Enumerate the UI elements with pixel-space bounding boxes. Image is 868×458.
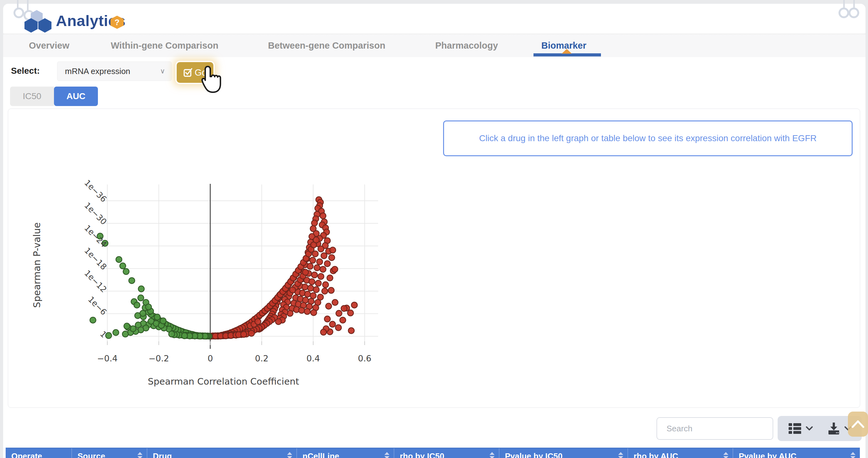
y-tick-label: 1e−30 xyxy=(83,200,108,227)
data-point[interactable] xyxy=(340,317,346,323)
data-point[interactable] xyxy=(308,285,313,291)
sort-icon[interactable] xyxy=(618,452,623,458)
data-point[interactable] xyxy=(310,257,316,263)
data-point[interactable] xyxy=(348,328,354,334)
data-point[interactable] xyxy=(320,213,326,219)
data-point[interactable] xyxy=(182,333,188,339)
data-point[interactable] xyxy=(134,302,140,308)
scroll-top-button[interactable] xyxy=(848,412,868,437)
data-point[interactable] xyxy=(303,269,308,275)
tab-within-gene-comparison[interactable]: Within-gene Comparison xyxy=(111,34,218,57)
data-point[interactable] xyxy=(320,266,326,272)
data-point[interactable] xyxy=(304,308,310,314)
column-header-source[interactable]: Source xyxy=(71,448,147,458)
tab-pharmacology[interactable]: Pharmacology xyxy=(435,34,498,57)
instruction-message: Click a drug in the left graph or table … xyxy=(443,121,852,156)
data-point[interactable] xyxy=(332,266,338,272)
data-point[interactable] xyxy=(160,318,166,324)
sort-icon[interactable] xyxy=(384,452,390,458)
data-point[interactable] xyxy=(312,220,317,226)
data-point[interactable] xyxy=(324,316,331,322)
data-point[interactable] xyxy=(318,273,324,280)
data-point[interactable] xyxy=(135,313,141,319)
data-point[interactable] xyxy=(302,284,308,290)
toggle-auc[interactable]: AUC xyxy=(54,87,98,106)
data-point[interactable] xyxy=(138,286,144,292)
data-point[interactable] xyxy=(317,259,322,265)
data-point[interactable] xyxy=(341,305,347,312)
column-header-operate[interactable]: Operate xyxy=(6,448,71,458)
sort-icon[interactable] xyxy=(850,452,856,458)
active-tab-underline xyxy=(533,53,601,57)
sort-icon[interactable] xyxy=(137,452,143,458)
data-point[interactable] xyxy=(116,257,122,263)
data-point[interactable] xyxy=(322,282,329,288)
decor-ring-icon xyxy=(838,7,849,18)
data-point[interactable] xyxy=(290,287,296,293)
sort-icon[interactable] xyxy=(723,452,728,458)
data-point[interactable] xyxy=(315,280,321,286)
data-point[interactable] xyxy=(312,272,317,278)
data-point[interactable] xyxy=(305,291,311,297)
data-point[interactable] xyxy=(336,325,341,331)
data-point[interactable] xyxy=(332,300,338,305)
data-point[interactable] xyxy=(241,332,247,337)
data-point[interactable] xyxy=(138,295,144,301)
tab-between-gene-comparison[interactable]: Between-gene Comparison xyxy=(268,34,385,57)
data-point[interactable] xyxy=(329,255,335,261)
data-point[interactable] xyxy=(309,279,315,285)
volcano-scatter-plot[interactable]: 1e−361e−301e−241e−181e−121e−61−0.4−0.200… xyxy=(31,166,414,398)
data-point[interactable] xyxy=(169,331,175,337)
decor-stem xyxy=(27,0,29,11)
column-header-drug[interactable]: Drug xyxy=(147,448,297,458)
data-point[interactable] xyxy=(328,287,334,293)
data-point[interactable] xyxy=(129,277,135,284)
data-point[interactable] xyxy=(146,304,152,310)
tab-overview[interactable]: Overview xyxy=(29,34,69,57)
toggle-ic50[interactable]: IC50 xyxy=(10,87,54,106)
column-header-ncellline[interactable]: nCellLine xyxy=(297,448,394,458)
data-point[interactable] xyxy=(313,237,319,243)
data-point[interactable] xyxy=(124,323,130,329)
data-point[interactable] xyxy=(313,287,319,293)
metric-toggle: IC50 AUC xyxy=(10,87,98,106)
data-point[interactable] xyxy=(120,263,126,269)
columns-toggle-button[interactable] xyxy=(788,423,813,434)
column-header-rho-by-auc[interactable]: rho by AUC xyxy=(628,448,733,458)
data-point[interactable] xyxy=(122,331,128,337)
column-header-pvalue-by-auc[interactable]: Pvalue by AUC xyxy=(733,448,860,458)
data-point[interactable] xyxy=(336,310,342,316)
data-point[interactable] xyxy=(310,293,316,299)
search-input[interactable] xyxy=(656,417,773,440)
data-point[interactable] xyxy=(330,321,336,327)
sort-icon[interactable] xyxy=(490,452,495,458)
column-header-rho-by-ic50[interactable]: rho by IC50 xyxy=(394,448,499,458)
data-point[interactable] xyxy=(307,263,313,269)
data-point[interactable] xyxy=(123,268,129,274)
x-tick-label: 0.4 xyxy=(307,354,320,363)
data-point[interactable] xyxy=(326,303,332,309)
data-point[interactable] xyxy=(90,317,96,323)
sort-icon[interactable] xyxy=(287,452,292,458)
data-point[interactable] xyxy=(311,309,317,316)
data-point[interactable] xyxy=(324,261,331,267)
data-point[interactable] xyxy=(113,330,119,336)
chevron-down-icon xyxy=(806,426,813,431)
data-point[interactable] xyxy=(320,329,327,335)
data-point[interactable] xyxy=(330,247,336,253)
data-point[interactable] xyxy=(321,253,327,259)
data-type-select[interactable]: mRNA expression ∨ xyxy=(57,62,172,81)
data-point[interactable] xyxy=(318,246,324,252)
data-point[interactable] xyxy=(327,275,333,281)
column-header-pvalue-by-ic50[interactable]: Pvalue by IC50 xyxy=(499,448,628,458)
data-point[interactable] xyxy=(255,319,261,325)
data-point[interactable] xyxy=(314,265,320,271)
x-tick-label: −0.4 xyxy=(97,354,118,363)
data-point[interactable] xyxy=(322,288,328,294)
data-point[interactable] xyxy=(299,307,305,314)
x-axis-title: Spearman Correlation Coefficient xyxy=(148,376,299,387)
data-point[interactable] xyxy=(154,314,160,320)
data-point[interactable] xyxy=(351,302,358,308)
x-tick-label: −0.2 xyxy=(149,354,169,363)
data-point[interactable] xyxy=(249,330,254,336)
